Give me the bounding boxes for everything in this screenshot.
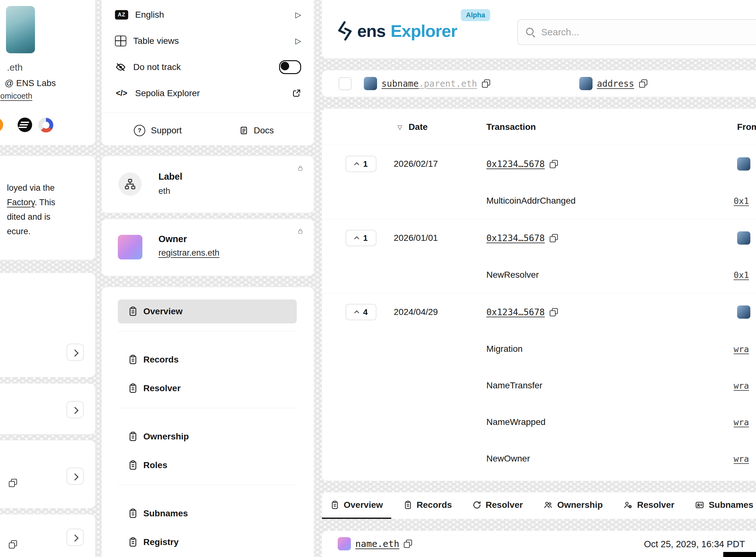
transaction-hash-link[interactable]: 0x1234…5678 bbox=[486, 233, 545, 243]
column-from: From bbox=[737, 122, 756, 132]
menu-item-language[interactable]: AZ English ▷ bbox=[115, 2, 301, 28]
sort-icon[interactable]: ▽ bbox=[398, 123, 402, 130]
label-title: Label bbox=[158, 172, 182, 182]
profile-card: .eth @ ENS Labs omicoeth bbox=[0, 0, 95, 145]
menu-item-sepolia-explorer[interactable]: </> Sepolia Explorer bbox=[115, 80, 301, 106]
tab-records[interactable]: Records bbox=[395, 492, 460, 519]
alpha-badge: Alpha bbox=[461, 9, 490, 21]
sidebar-item-overview[interactable]: Overview bbox=[118, 299, 297, 323]
breadcrumb-subname[interactable]: subname.parent.eth bbox=[381, 79, 477, 89]
sidebar-item-registry[interactable]: Registry bbox=[118, 530, 297, 554]
transaction-row: 4 2024/04/29 0x1234…5678 bbox=[322, 293, 756, 331]
expand-transaction-button[interactable]: 4 bbox=[346, 304, 376, 320]
profile-handle-link[interactable]: omicoeth bbox=[0, 91, 32, 100]
transactions-table: ▽ Date Transaction From 1 2026/02/17 0x1… bbox=[322, 109, 756, 481]
bitcoin-icon[interactable] bbox=[0, 118, 3, 132]
sidebar-item-subnames[interactable]: Subnames bbox=[118, 501, 297, 526]
collapsed-panel bbox=[0, 383, 95, 434]
copy-icon[interactable] bbox=[550, 234, 558, 242]
name-link[interactable]: name.eth bbox=[355, 538, 400, 549]
transaction-date: 2026/02/17 bbox=[394, 159, 438, 169]
external-link-icon bbox=[292, 89, 301, 98]
transaction-hash-link[interactable]: 0x1234…5678 bbox=[486, 159, 545, 169]
copy-icon[interactable] bbox=[550, 308, 558, 316]
submenu-arrow-icon: ▷ bbox=[295, 10, 301, 19]
hierarchy-icon bbox=[119, 172, 142, 196]
scroll-indicator bbox=[723, 552, 756, 557]
column-date: Date bbox=[409, 122, 428, 132]
transaction-group: 4 2024/04/29 0x1234…5678 Migration wra N… bbox=[322, 293, 756, 477]
owner-title: Owner bbox=[158, 234, 187, 244]
tab-resolver[interactable]: Resolver bbox=[464, 492, 531, 519]
from-avatar[interactable] bbox=[737, 157, 750, 171]
sidebar-item-roles[interactable]: Roles bbox=[118, 453, 297, 477]
from-avatar[interactable] bbox=[737, 231, 750, 244]
submenu-arrow-icon: ▷ bbox=[295, 36, 301, 46]
tab-overview[interactable]: Overview bbox=[322, 492, 391, 519]
address-avatar[interactable] bbox=[579, 77, 593, 90]
profile-badge-icon[interactable] bbox=[38, 118, 54, 133]
label-card: Label eth bbox=[101, 156, 314, 213]
timestamp: Oct 25, 2029, 16:34 PDT bbox=[644, 539, 745, 550]
description-line: ecure. bbox=[7, 224, 56, 239]
select-checkbox[interactable] bbox=[339, 77, 351, 90]
description-card: loyed via the Factory. This dited and is… bbox=[0, 156, 95, 260]
expand-transaction-button[interactable]: 1 bbox=[346, 156, 376, 172]
copy-icon[interactable] bbox=[9, 479, 17, 487]
collapsed-panel bbox=[0, 440, 95, 508]
copy-icon[interactable] bbox=[9, 540, 17, 549]
table-icon bbox=[115, 36, 126, 46]
event-row: NewOwner wra bbox=[322, 440, 756, 477]
docs-button[interactable]: Docs bbox=[209, 125, 314, 136]
brand[interactable]: ens Explorer bbox=[338, 19, 457, 42]
event-value-link[interactable]: 0x1 bbox=[734, 270, 749, 280]
expand-transaction-button[interactable]: 1 bbox=[346, 230, 376, 246]
sidebar-item-ownership[interactable]: Ownership bbox=[118, 424, 297, 448]
profile-avatar bbox=[6, 6, 35, 53]
support-button[interactable]: ? Support bbox=[102, 125, 209, 136]
description-line: Factory. This bbox=[7, 195, 56, 210]
expand-panel-button[interactable] bbox=[66, 401, 84, 418]
sidebar-item-resolver[interactable]: Resolver bbox=[118, 376, 297, 400]
event-name: Migration bbox=[486, 344, 523, 354]
chevron-up-icon bbox=[354, 162, 359, 167]
transaction-row: 1 2026/01/01 0x1234…5678 bbox=[322, 219, 756, 257]
event-name: NewOwner bbox=[486, 453, 530, 464]
event-value-link[interactable]: wra bbox=[734, 417, 749, 427]
copy-icon[interactable] bbox=[639, 80, 647, 88]
from-avatar[interactable] bbox=[737, 305, 750, 319]
expand-panel-button[interactable] bbox=[66, 344, 84, 361]
breadcrumb-address[interactable]: address bbox=[597, 79, 634, 89]
table-header: ▽ Date Transaction From bbox=[322, 109, 756, 145]
transaction-date: 2024/04/29 bbox=[394, 307, 438, 317]
sidebar-item-records[interactable]: Records bbox=[118, 348, 297, 372]
solana-icon[interactable] bbox=[18, 118, 32, 132]
owner-name-link[interactable]: registrar.ens.eth bbox=[158, 248, 220, 258]
copy-icon[interactable] bbox=[482, 80, 490, 88]
tab-subnames[interactable]: Subnames bbox=[686, 492, 756, 519]
copy-icon[interactable] bbox=[550, 160, 558, 168]
menu-item-table-views[interactable]: Table views ▷ bbox=[115, 28, 301, 54]
event-name: NewResolver bbox=[486, 270, 539, 280]
transaction-hash-link[interactable]: 0x1234…5678 bbox=[486, 307, 545, 317]
event-value-link[interactable]: 0x1 bbox=[734, 196, 749, 206]
expand-panel-button[interactable] bbox=[66, 529, 84, 546]
event-value-link[interactable]: wra bbox=[734, 344, 749, 354]
copy-icon[interactable] bbox=[404, 540, 412, 548]
event-value-link[interactable]: wra bbox=[734, 454, 749, 464]
tab-resolver-2[interactable]: Resolver bbox=[615, 492, 683, 519]
menu-item-do-not-track[interactable]: Do not track bbox=[115, 54, 301, 80]
subname-avatar[interactable] bbox=[364, 77, 377, 90]
expand-panel-button[interactable] bbox=[66, 467, 84, 485]
factory-link[interactable]: Factory bbox=[7, 198, 35, 207]
event-value-link[interactable]: wra bbox=[734, 381, 749, 390]
do-not-track-toggle[interactable] bbox=[279, 60, 301, 74]
owner-card: Owner registrar.ens.eth bbox=[101, 219, 314, 276]
chevron-up-icon bbox=[354, 310, 359, 315]
tab-ownership[interactable]: Ownership bbox=[535, 492, 611, 519]
owner-avatar bbox=[118, 235, 143, 259]
event-row: NameTransfer wra bbox=[322, 367, 756, 404]
profile-org: @ ENS Labs bbox=[5, 78, 56, 88]
description-line: loyed via the bbox=[7, 181, 56, 195]
search-input[interactable] bbox=[540, 27, 756, 38]
